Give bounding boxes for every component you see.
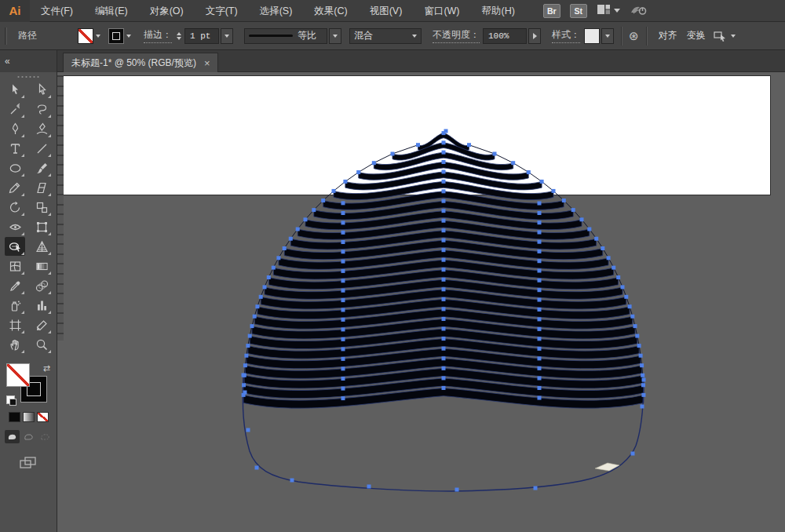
rotate-tool[interactable] [5, 198, 25, 217]
anchor-point[interactable] [442, 140, 446, 144]
brush-definition-dropdown[interactable]: 混合 [349, 28, 422, 44]
width-profile-chevron[interactable] [329, 28, 341, 44]
anchor-point[interactable] [442, 278, 446, 282]
anchor-point[interactable] [538, 308, 542, 312]
anchor-point[interactable] [455, 488, 459, 492]
anchor-point[interactable] [538, 211, 542, 215]
symbol-sprayer-tool[interactable] [5, 296, 25, 315]
scale-tool[interactable] [31, 198, 52, 217]
app-logo[interactable]: Ai [0, 0, 30, 22]
anchor-point[interactable] [571, 208, 575, 212]
anchor-point[interactable] [641, 405, 644, 409]
anchor-point[interactable] [538, 396, 542, 400]
anchor-point[interactable] [562, 199, 566, 202]
anchor-point[interactable] [442, 287, 446, 291]
anchor-point[interactable] [341, 347, 345, 351]
anchor-point[interactable] [367, 485, 371, 489]
anchor-point[interactable] [442, 258, 446, 262]
anchor-point[interactable] [442, 189, 446, 193]
stock-button[interactable]: St [570, 4, 587, 18]
anchor-point[interactable] [538, 231, 542, 235]
anchor-point[interactable] [511, 161, 515, 165]
anchor-point[interactable] [442, 386, 446, 390]
draw-inside-icon[interactable] [38, 430, 53, 443]
anchor-point[interactable] [538, 337, 542, 341]
anchor-point[interactable] [442, 228, 446, 232]
gradient-button[interactable] [23, 412, 35, 422]
transform-button[interactable]: 变换 [682, 29, 710, 42]
anchor-point[interactable] [442, 239, 446, 242]
paintbrush-tool[interactable] [31, 159, 52, 177]
anchor-point[interactable] [442, 219, 446, 223]
anchor-point[interactable] [631, 452, 635, 456]
anchor-point[interactable] [442, 317, 446, 321]
anchor-point[interactable] [538, 279, 542, 282]
anchor-point[interactable] [321, 199, 325, 202]
anchor-point[interactable] [289, 237, 293, 241]
close-tab-icon[interactable]: × [204, 58, 210, 68]
anchor-point[interactable] [601, 246, 604, 250]
stroke-color-control[interactable] [108, 28, 131, 44]
gradient-tool[interactable] [31, 257, 52, 275]
slice-tool[interactable] [31, 315, 52, 334]
anchor-point[interactable] [637, 344, 641, 348]
opacity-value[interactable]: 100% [483, 28, 527, 44]
stroke-color-swatch[interactable] [108, 28, 124, 44]
ellipse-tool[interactable] [5, 159, 25, 177]
anchor-point[interactable] [341, 377, 345, 381]
anchor-point[interactable] [624, 295, 628, 299]
selection-tool[interactable] [5, 80, 25, 99]
opacity-chevron[interactable] [528, 28, 541, 44]
anchor-point[interactable] [304, 217, 308, 221]
stroke-weight-stepper[interactable] [177, 32, 181, 40]
anchor-point[interactable] [341, 250, 345, 253]
anchor-point[interactable] [538, 202, 542, 206]
panel-grip[interactable] [16, 75, 40, 78]
line-segment-tool[interactable] [31, 139, 52, 158]
width-tool[interactable] [5, 217, 25, 236]
anchor-point[interactable] [538, 240, 542, 244]
screen-mode-control[interactable] [0, 456, 57, 470]
stepper-up-icon[interactable] [177, 32, 181, 35]
anchor-point[interactable] [538, 347, 542, 351]
anchor-point[interactable] [341, 298, 345, 302]
anchor-point[interactable] [248, 334, 252, 338]
anchor-point[interactable] [538, 356, 542, 360]
anchor-point[interactable] [538, 250, 542, 253]
anchor-point[interactable] [272, 266, 276, 270]
anchor-point[interactable] [255, 304, 259, 308]
chevron-down-icon[interactable] [126, 35, 131, 38]
anchor-point[interactable] [341, 337, 345, 341]
style-panel-link[interactable]: 样式： [552, 28, 580, 43]
anchor-point[interactable] [244, 354, 248, 358]
none-button[interactable] [37, 412, 49, 422]
anchor-point[interactable] [341, 308, 345, 312]
anchor-point[interactable] [243, 363, 247, 367]
anchor-point[interactable] [612, 266, 615, 270]
default-fill-stroke-icon[interactable] [6, 395, 15, 404]
isolate-object-control[interactable] [714, 31, 736, 42]
anchor-point[interactable] [538, 288, 542, 292]
sync-status-icon[interactable] [630, 3, 648, 18]
hand-tool[interactable] [5, 335, 25, 354]
anchor-point[interactable] [341, 201, 345, 205]
canvas-area[interactable] [57, 72, 785, 532]
anchor-point[interactable] [250, 324, 254, 328]
align-button[interactable]: 对齐 [654, 29, 682, 42]
menu-item-0[interactable]: 文件(F) [30, 0, 84, 22]
anchor-point[interactable] [290, 479, 294, 483]
anchor-point[interactable] [538, 259, 542, 263]
menu-item-1[interactable]: 编辑(E) [84, 0, 139, 22]
fill-swatch[interactable] [6, 363, 30, 387]
anchor-point[interactable] [341, 387, 345, 391]
anchor-point[interactable] [538, 269, 542, 273]
workspace-switcher[interactable] [597, 4, 620, 17]
stroke-weight-dropdown[interactable] [221, 28, 233, 44]
menu-item-5[interactable]: 效果(C) [303, 0, 358, 22]
pen-tool[interactable] [5, 119, 25, 138]
anchor-point[interactable] [493, 152, 497, 156]
perspective-grid-tool[interactable] [31, 237, 52, 256]
anchor-point[interactable] [641, 373, 644, 377]
menu-item-2[interactable]: 对象(O) [139, 0, 195, 22]
anchor-point[interactable] [312, 208, 316, 212]
